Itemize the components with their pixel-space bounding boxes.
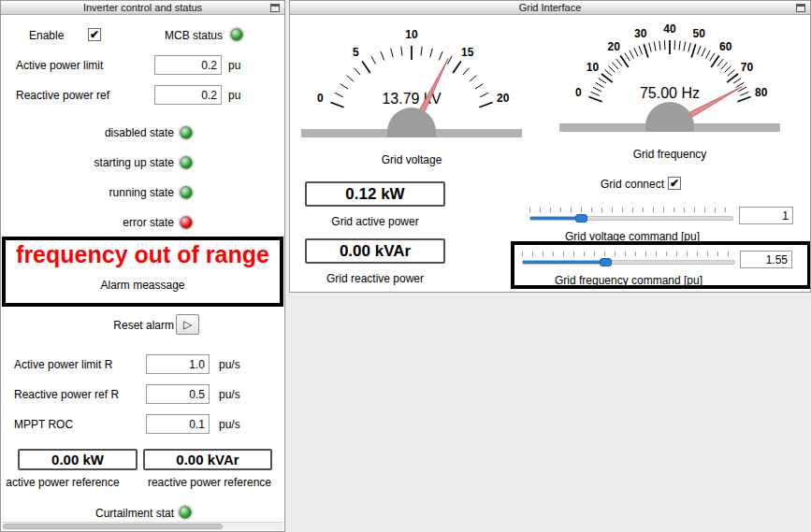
active-power-reference-label: active power reference (0, 476, 138, 489)
app-root: Inverter control and status Enable ✔ MCB… (0, 0, 811, 532)
svg-text:0: 0 (317, 92, 324, 105)
grid-frequency-command-input[interactable] (740, 251, 792, 268)
svg-text:0: 0 (575, 86, 582, 99)
grid-connect-label: Grid connect (571, 178, 664, 191)
active-power-limit-unit: pu (228, 59, 240, 72)
svg-text:50: 50 (693, 27, 706, 40)
error-state-led (180, 216, 193, 229)
reactive-power-ref-roc-unit: pu/s (219, 388, 240, 401)
play-icon: ▷ (183, 318, 192, 331)
horizontal-scrollbar[interactable] (2, 522, 283, 530)
inverter-panel: Inverter control and status Enable ✔ MCB… (0, 0, 285, 532)
grid-frequency-slider[interactable] (522, 252, 735, 265)
grid-voltage-slider[interactable] (529, 208, 733, 221)
reactive-power-reference-display: 0.00 kVAr (143, 449, 272, 470)
svg-text:30: 30 (634, 27, 647, 40)
active-power-limit-roc-unit: pu/s (219, 358, 240, 371)
curtailment-status-label: Curtailment stat (1, 507, 174, 520)
mppt-roc-input[interactable] (146, 414, 210, 434)
alarm-message-label: Alarm meassage (100, 279, 184, 292)
grid-connect-checkbox[interactable]: ✔ (668, 177, 681, 190)
mppt-roc-unit: pu/s (219, 418, 240, 431)
grid-frequency-slider-handle[interactable] (600, 258, 612, 266)
grid-voltage-slider-track[interactable] (529, 216, 733, 221)
mcb-status-label: MCB status (165, 29, 223, 42)
alarm-message: frequency out of range (16, 241, 269, 268)
enable-checkbox[interactable]: ✔ (88, 28, 101, 41)
grid-voltage-gauge-label: Grid voltage (299, 153, 524, 166)
scrollbar-thumb[interactable] (3, 524, 223, 529)
active-power-reference-display: 0.00 kW (18, 449, 138, 470)
starting-up-state-led (180, 156, 193, 169)
starting-up-state-label: starting up state (1, 156, 174, 169)
svg-text:60: 60 (719, 40, 732, 53)
grid-panel-titlebar[interactable]: Grid Interface (290, 1, 810, 15)
grid-reactive-power-display: 0.00 kVAr (305, 238, 445, 264)
grid-voltage-slider-ticks (529, 208, 733, 212)
svg-text:10: 10 (587, 61, 600, 74)
svg-text:20: 20 (497, 92, 510, 105)
svg-text:80: 80 (755, 86, 768, 99)
svg-text:15: 15 (461, 46, 474, 59)
reactive-power-reference-label: reactive power reference (139, 476, 280, 489)
reactive-power-ref-unit: pu (228, 89, 240, 102)
enable-label: Enable (29, 29, 64, 42)
inverter-panel-title: Inverter control and status (83, 2, 202, 13)
grid-frequency-slider-track[interactable] (522, 260, 735, 265)
grid-active-power-display: 0.12 kW (305, 181, 445, 207)
grid-voltage-command-input[interactable] (739, 207, 793, 224)
svg-text:40: 40 (663, 22, 676, 36)
grid-frequency-slider-ticks (522, 252, 735, 256)
reactive-power-ref-roc-label: Reactive power ref R (14, 388, 119, 401)
error-state-label: error state (1, 216, 174, 229)
grid-frequency-gauge-label: Grid frequency (558, 148, 782, 161)
grid-frequency-command-label: Grid frequency command [pu] (488, 274, 769, 287)
reset-alarm-label: Reset alarm (1, 319, 174, 332)
active-power-limit-roc-label: Active power limit R (14, 358, 112, 371)
svg-text:20: 20 (608, 40, 621, 53)
undock-icon[interactable] (796, 4, 805, 12)
running-state-label: running state (1, 186, 174, 199)
grid-panel-title: Grid Interface (519, 2, 582, 13)
reactive-power-ref-input[interactable] (154, 85, 222, 105)
grid-voltage-slider-fill (530, 217, 581, 220)
active-power-limit-label: Active power limit (16, 59, 103, 72)
grid-interface-panel: Grid Interface 0510152013.79 kV Grid vol… (289, 0, 811, 293)
reactive-power-ref-label: Reactive power ref (16, 89, 109, 102)
active-power-limit-input[interactable] (154, 55, 222, 75)
grid-frequency-slider-fill (523, 261, 605, 264)
curtailment-status-led (179, 506, 192, 519)
svg-text:70: 70 (741, 61, 754, 74)
svg-text:10: 10 (405, 28, 418, 41)
svg-text:75.00 Hz: 75.00 Hz (640, 85, 700, 101)
reset-alarm-button[interactable]: ▷ (176, 314, 199, 335)
svg-text:5: 5 (353, 46, 359, 59)
grid-voltage-slider-handle[interactable] (575, 214, 587, 223)
grid-frequency-gauge: 0102030405060708075.00 Hz (558, 18, 782, 151)
undock-icon[interactable] (270, 4, 280, 12)
inverter-panel-titlebar[interactable]: Inverter control and status (1, 1, 284, 15)
grid-voltage-gauge: 0510152013.79 kV (299, 23, 524, 156)
grid-reactive-power-label: Grid reactive power (305, 272, 445, 285)
mcb-status-led (230, 28, 243, 41)
disabled-state-label: disabled state (1, 126, 174, 139)
reactive-power-ref-roc-input[interactable] (146, 384, 210, 404)
disabled-state-led (180, 126, 193, 139)
mppt-roc-label: MPPT ROC (14, 418, 73, 431)
grid-active-power-label: Grid active power (305, 215, 445, 228)
running-state-led (180, 186, 193, 199)
active-power-limit-roc-input[interactable] (146, 354, 210, 374)
alarm-highlight-box: frequency out of range Alarm meassage (2, 237, 283, 307)
